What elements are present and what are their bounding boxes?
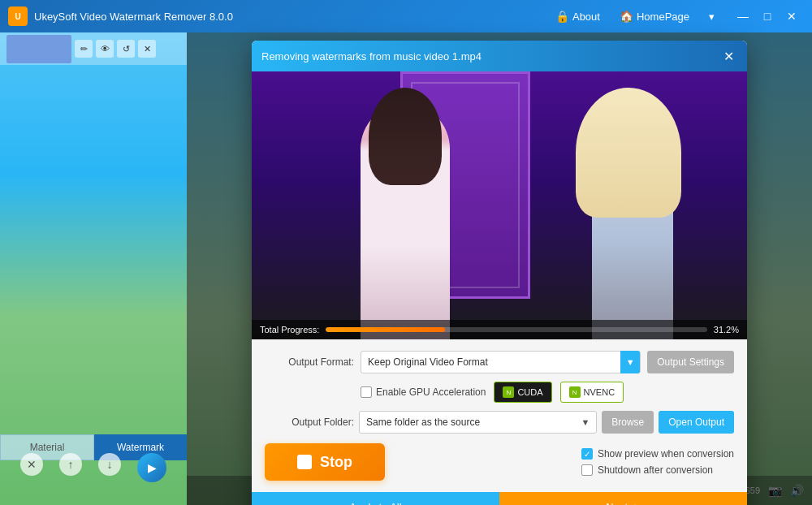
output-folder-label: Output Folder: — [265, 417, 354, 428]
bottom-controls-row: Stop ✓ Show preview when conversion Shut… — [265, 443, 734, 481]
dropdown-nav-item[interactable]: ▾ — [701, 7, 723, 26]
output-folder-select[interactable]: Same folder as the source ▼ — [359, 411, 597, 434]
move-up-button[interactable]: ↑ — [59, 453, 82, 476]
content-area: Removing watermarks from music video 1.m… — [187, 32, 812, 505]
sidebar-actions: ✕ ↑ ↓ ▶ — [0, 447, 187, 489]
minimize-button[interactable]: — — [731, 4, 755, 28]
person-left-hair — [369, 88, 442, 185]
sidebar-close-btn[interactable]: ✕ — [138, 40, 156, 58]
stop-button[interactable]: Stop — [265, 443, 385, 481]
homepage-nav-item[interactable]: 🏠 HomePage — [611, 6, 698, 26]
folder-select-value: Same folder as the source — [366, 417, 480, 428]
next-button[interactable]: Next -> — [499, 492, 747, 505]
nvenc-icon: N — [569, 386, 581, 398]
stop-icon — [297, 455, 312, 469]
delete-icon: ✕ — [27, 458, 37, 471]
video-preview: Total Progress: 31.2% — [252, 71, 747, 339]
title-bar: U UkeySoft Video Watermark Remover 8.0.0… — [0, 0, 812, 32]
right-options: ✓ Show preview when conversion Shutdown … — [581, 448, 734, 476]
delete-button[interactable]: ✕ — [20, 453, 43, 476]
sidebar-content — [0, 65, 187, 448]
output-settings-button[interactable]: Output Settings — [647, 351, 734, 373]
sidebar: ✏ 👁 ↺ ✕ Material Watermark ✕ ↑ — [0, 32, 187, 505]
person-left — [361, 104, 450, 339]
app-title: UkeySoft Video Watermark Remover 8.0.0 — [34, 11, 547, 23]
folder-select-arrow: ▼ — [581, 417, 590, 427]
show-preview-checkbox[interactable]: ✓ — [581, 448, 593, 460]
person-right-body — [592, 96, 673, 339]
dialog-header: Removing watermarks from music video 1.m… — [252, 41, 747, 71]
progress-bar-area: Total Progress: 31.2% — [252, 320, 747, 339]
progress-percent: 31.2% — [714, 325, 739, 335]
homepage-label: HomePage — [637, 11, 689, 23]
dialog-footer: Apply to All Next -> — [252, 492, 747, 505]
gpu-row: Enable GPU Acceleration N CUDA N NVENC — [265, 382, 734, 403]
output-format-row: Output Format: Keep Original Video Forma… — [265, 351, 734, 373]
shutdown-label: Shutdown after conversion — [598, 464, 713, 476]
title-nav: 🔒 About 🏠 HomePage ▾ — [547, 6, 723, 26]
nvenc-button[interactable]: N NVENC — [560, 382, 624, 403]
show-preview-label: Show preview when conversion — [598, 448, 734, 460]
about-label: About — [572, 11, 600, 23]
apply-all-button[interactable]: Apply to All — [252, 492, 499, 505]
dialog-body: Output Format: Keep Original Video Forma… — [252, 339, 747, 492]
up-icon: ↑ — [68, 458, 74, 471]
output-format-value: Keep Original Video Format — [368, 356, 488, 368]
show-preview-option[interactable]: ✓ Show preview when conversion — [581, 448, 734, 460]
person-right — [592, 96, 673, 339]
edit-icon-btn[interactable]: ✏ — [75, 40, 93, 58]
dialog-title: Removing watermarks from music video 1.m… — [261, 50, 482, 63]
output-format-select[interactable]: Keep Original Video Format ▼ — [361, 351, 641, 373]
home-icon: 🏠 — [620, 10, 633, 23]
person-right-hair — [576, 88, 681, 218]
progress-fill — [326, 327, 444, 332]
browse-button[interactable]: Browse — [602, 411, 654, 434]
conversion-dialog: Removing watermarks from music video 1.m… — [252, 41, 747, 505]
progress-label: Total Progress: — [260, 325, 319, 335]
progress-track — [326, 327, 706, 332]
video-scene: Total Progress: 31.2% — [252, 71, 747, 339]
open-output-button[interactable]: Open Output — [659, 411, 734, 434]
eye-icon-btn[interactable]: 👁 — [96, 40, 114, 58]
sidebar-thumbnail — [6, 35, 71, 63]
person-left-body — [361, 104, 450, 339]
dialog-overlay: Removing watermarks from music video 1.m… — [187, 32, 812, 505]
format-select-arrow: ▼ — [620, 351, 640, 373]
about-nav-item[interactable]: 🔒 About — [547, 6, 608, 26]
cuda-button[interactable]: N CUDA — [494, 382, 551, 403]
play-icon: ▶ — [148, 461, 157, 474]
refresh-icon-btn[interactable]: ↺ — [117, 40, 135, 58]
window-controls: — □ ✕ — [731, 4, 804, 28]
cuda-icon: N — [503, 386, 514, 398]
down-icon: ↓ — [107, 458, 113, 471]
sidebar-icon-group: ✏ 👁 ↺ ✕ — [75, 40, 156, 58]
app-logo: U — [8, 6, 28, 26]
move-down-button[interactable]: ↓ — [98, 453, 121, 476]
close-button[interactable]: ✕ — [780, 4, 804, 28]
gpu-checkbox[interactable] — [361, 386, 372, 398]
lock-icon: 🔒 — [555, 10, 569, 23]
dialog-close-button[interactable]: ✕ — [719, 47, 737, 65]
shutdown-option[interactable]: Shutdown after conversion — [581, 464, 734, 476]
gpu-label: Enable GPU Acceleration — [376, 386, 486, 398]
output-folder-row: Output Folder: Same folder as the source… — [265, 411, 734, 434]
output-format-label: Output Format: — [265, 356, 354, 368]
gpu-checkbox-label[interactable]: Enable GPU Acceleration — [361, 386, 486, 398]
dropdown-icon: ▾ — [709, 11, 715, 23]
play-button[interactable]: ▶ — [137, 453, 166, 482]
shutdown-checkbox[interactable] — [581, 464, 593, 476]
maximize-button[interactable]: □ — [755, 4, 780, 28]
sidebar-top: ✏ 👁 ↺ ✕ — [0, 32, 187, 65]
main-layout: ✏ 👁 ↺ ✕ Material Watermark ✕ ↑ — [0, 32, 812, 505]
